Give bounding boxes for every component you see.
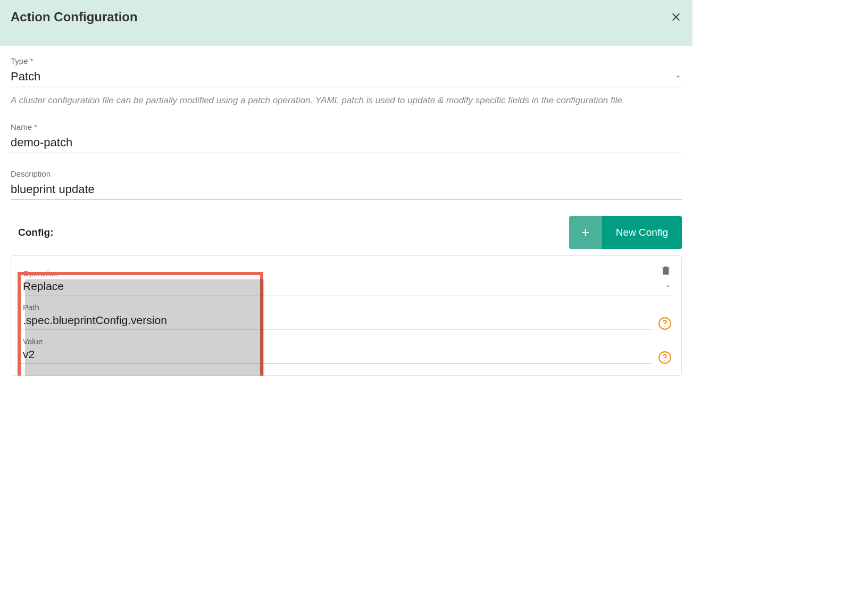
type-select[interactable]: Patch	[11, 68, 682, 87]
operation-field: Operation Replace	[21, 264, 672, 295]
value-field: Value	[21, 337, 672, 363]
type-field: Type * Patch	[11, 56, 682, 87]
value-input[interactable]	[21, 348, 652, 361]
type-label: Type *	[11, 56, 682, 65]
action-configuration-dialog: Action Configuration Type * Patch A clus…	[0, 0, 692, 376]
help-icon	[658, 317, 672, 330]
dialog-title: Action Configuration	[11, 10, 138, 24]
description-input[interactable]	[11, 183, 682, 196]
close-button[interactable]	[670, 11, 682, 23]
config-header: Config: + New Config	[11, 216, 682, 249]
svg-point-5	[664, 360, 665, 360]
name-field: Name *	[11, 122, 682, 153]
new-config-button[interactable]: + New Config	[569, 216, 682, 249]
operation-label: Operation	[21, 269, 672, 278]
type-helper-text: A cluster configuration file can be part…	[11, 94, 682, 107]
description-label: Description	[11, 169, 682, 178]
config-label: Config:	[11, 227, 53, 238]
new-config-label: New Config	[602, 216, 682, 249]
name-input[interactable]	[11, 136, 682, 150]
dialog-header: Action Configuration	[0, 0, 692, 46]
type-value: Patch	[11, 70, 674, 84]
value-label: Value	[21, 337, 672, 346]
chevron-down-icon	[674, 73, 682, 80]
path-help-button[interactable]	[658, 317, 672, 330]
config-section: Config: + New Config	[11, 216, 682, 376]
chevron-down-icon	[664, 283, 672, 290]
help-icon	[658, 351, 672, 364]
plus-icon: +	[569, 216, 602, 249]
path-input[interactable]	[21, 314, 652, 327]
value-help-button[interactable]	[658, 351, 672, 364]
dialog-body: Type * Patch A cluster configuration fil…	[0, 46, 692, 376]
config-card: Operation Replace Path	[11, 255, 682, 376]
operation-select[interactable]: Replace	[21, 279, 672, 295]
path-field: Path	[21, 303, 672, 329]
operation-value: Replace	[21, 280, 664, 293]
path-label: Path	[21, 303, 672, 312]
name-label: Name *	[11, 122, 682, 131]
svg-point-3	[664, 326, 665, 326]
close-icon	[670, 11, 682, 23]
description-field: Description	[11, 169, 682, 200]
